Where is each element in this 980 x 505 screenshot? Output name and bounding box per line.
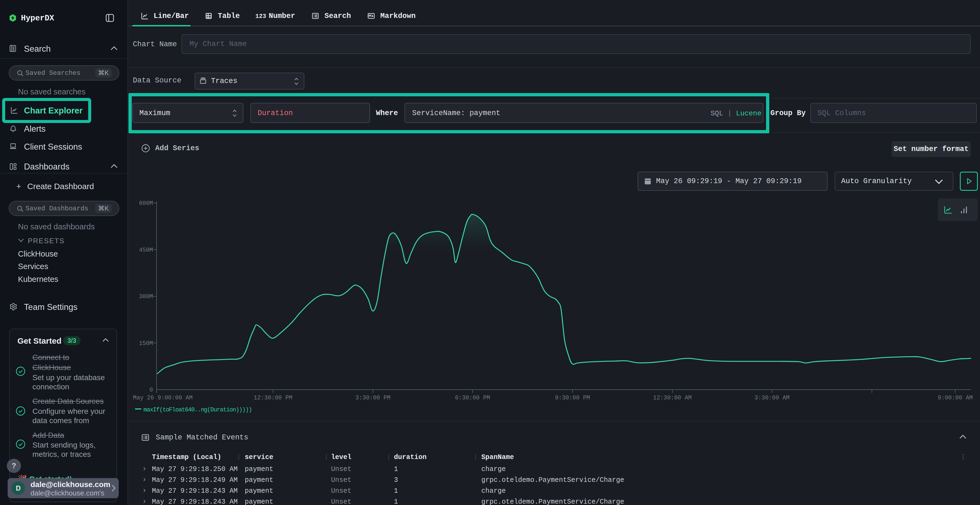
svg-text:9:30:00 PM: 9:30:00 PM [555, 395, 590, 401]
svg-text:0: 0 [150, 387, 153, 393]
svg-text:450M: 450M [139, 247, 153, 253]
svg-text:3:30:00 AM: 3:30:00 AM [754, 395, 789, 401]
svg-text:12:30:00 AM: 12:30:00 AM [653, 395, 692, 401]
svg-text:May 26 9:00:00 AM: May 26 9:00:00 AM [133, 395, 192, 401]
svg-text:3:30:00 PM: 3:30:00 PM [355, 395, 390, 401]
svg-text:150M: 150M [139, 340, 153, 347]
svg-text:12:30:00 PM: 12:30:00 PM [254, 395, 293, 401]
svg-text:300M: 300M [139, 293, 153, 300]
svg-text:maxIf(toFloat640..ng(Duration): maxIf(toFloat640..ng(Duration))))) [143, 407, 252, 413]
svg-text:600M: 600M [139, 200, 153, 206]
svg-text:6:30:00 PM: 6:30:00 PM [455, 395, 490, 401]
svg-text:9:00:00 AM: 9:00:00 AM [937, 395, 973, 401]
